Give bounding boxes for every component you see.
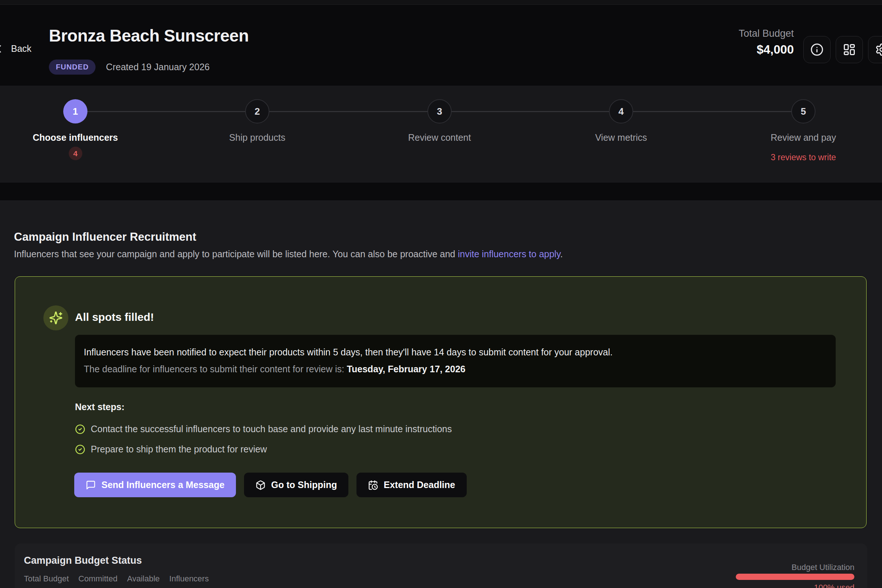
step-label: Ship products [173, 132, 342, 143]
info-button[interactable] [803, 36, 831, 63]
page-header: Back Bronza Beach Sunscreen FUNDED Creat… [0, 5, 882, 86]
notice-line1: Influencers have been notified to expect… [84, 347, 827, 358]
campaign-detail-page: Back Bronza Beach Sunscreen FUNDED Creat… [0, 0, 882, 588]
send-influencers-message-button[interactable]: Send Influencers a Message [74, 472, 236, 497]
budget-column-label: Available [127, 574, 160, 584]
step-label: View metrics [537, 132, 706, 143]
step-number-circle: 2 [245, 99, 269, 123]
button-label: Send Influencers a Message [101, 480, 225, 490]
budget-utilization-fill [736, 574, 854, 580]
gear-icon [875, 43, 882, 56]
settings-button[interactable] [868, 36, 882, 63]
subtitle-suffix: . [560, 249, 563, 259]
budget-utilization-value: 100% used [814, 583, 854, 588]
budget-utilization-label: Budget Utilization [792, 562, 854, 572]
button-label: Go to Shipping [271, 480, 337, 490]
main-panel: Campaign Influencer Recruitment Influenc… [0, 200, 882, 588]
check-circle-icon [75, 424, 85, 434]
progress-stepper: 1 Choose influencers 4 2 Ship products 3… [0, 86, 882, 183]
step-label: Review content [355, 132, 524, 143]
dashboard-grid-icon [843, 43, 856, 56]
next-step-text: Contact the successful influencers to to… [91, 424, 452, 434]
status-badge: FUNDED [49, 60, 96, 75]
budget-card-title: Campaign Budget Status [24, 555, 142, 566]
step-label: Review and pay [719, 132, 882, 143]
stepper-step-view-metrics[interactable]: 4 View metrics [537, 86, 706, 143]
section-subtitle: Influencers that see your campaign and a… [14, 249, 563, 260]
budget-columns-row: Total Budget Committed Available Influen… [24, 574, 209, 584]
chevron-left-icon [0, 43, 5, 55]
message-square-icon [86, 480, 96, 490]
step-count-badge: 4 [69, 147, 82, 160]
check-circle-icon [75, 444, 85, 454]
spots-card-title: All spots filled! [75, 311, 154, 323]
button-label: Extend Deadline [384, 480, 455, 490]
stepper-step-ship-products[interactable]: 2 Ship products [173, 86, 342, 143]
budget-utilization-bar [736, 574, 854, 580]
created-date: Created 19 January 2026 [106, 62, 210, 72]
step-number-circle: 1 [63, 99, 87, 123]
total-budget-value: $4,000 [739, 43, 794, 57]
subtitle-text: Influencers that see your campaign and a… [14, 249, 458, 259]
stepper-step-choose-influencers[interactable]: 1 Choose influencers 4 [0, 86, 160, 160]
deadline-date: Tuesday, February 17, 2026 [347, 364, 466, 374]
step-number-circle: 3 [428, 99, 452, 123]
sparkle-badge [44, 305, 68, 330]
total-budget-label: Total Budget [739, 28, 794, 39]
window-top-strip [0, 0, 882, 5]
next-steps-heading: Next steps: [75, 402, 124, 412]
reviews-to-write-note: 3 reviews to write [719, 153, 882, 162]
step-number-circle: 4 [609, 99, 633, 123]
budget-column-label: Committed [78, 574, 117, 584]
extend-deadline-button[interactable]: Extend Deadline [357, 472, 467, 497]
section-title: Campaign Influencer Recruitment [14, 230, 196, 244]
step-label: Choose influencers [0, 132, 160, 143]
next-step-item: Prepare to ship them the product for rev… [75, 444, 267, 454]
next-step-text: Prepare to ship them the product for rev… [91, 444, 267, 454]
notice-line2: The deadline for influencers to submit t… [84, 364, 827, 375]
budget-column-label: Total Budget [24, 574, 69, 584]
stepper-step-review-and-pay[interactable]: 5 Review and pay 3 reviews to write [719, 86, 882, 162]
invite-influencers-link[interactable]: invite influencers to apply [458, 249, 560, 259]
total-budget-block: Total Budget $4,000 [739, 28, 794, 57]
campaign-budget-status-card: Campaign Budget Status Total Budget Comm… [15, 543, 867, 588]
dashboard-button[interactable] [836, 36, 863, 63]
calendar-clock-icon [368, 480, 378, 490]
info-icon [810, 43, 824, 56]
back-button[interactable]: Back [11, 44, 32, 54]
stepper-step-review-content[interactable]: 3 Review content [355, 86, 524, 143]
next-step-item: Contact the successful influencers to to… [75, 424, 452, 434]
page-title: Bronza Beach Sunscreen [49, 26, 249, 46]
title-meta-row: FUNDED Created 19 January 2026 [49, 59, 210, 75]
step-number-circle: 5 [791, 99, 816, 123]
action-buttons-row: Send Influencers a Message Go to Shippin… [74, 472, 467, 497]
budget-column-label: Influencers [170, 574, 209, 584]
all-spots-filled-card: All spots filled! Influencers have been … [15, 276, 867, 528]
sparkles-icon [49, 311, 63, 325]
notification-box: Influencers have been notified to expect… [75, 335, 836, 387]
deadline-prefix: The deadline for influencers to submit t… [84, 364, 347, 374]
package-icon [255, 480, 266, 490]
go-to-shipping-button[interactable]: Go to Shipping [244, 472, 348, 497]
